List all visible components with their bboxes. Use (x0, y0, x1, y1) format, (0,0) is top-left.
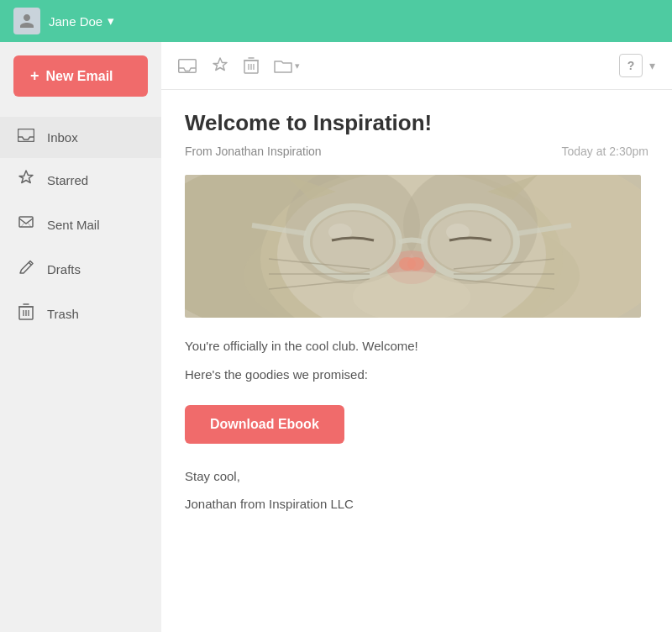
sign-off-line2: Jonathan from Inspiration LLC (185, 490, 648, 518)
toolbar-folder-icon[interactable]: ▾ (274, 59, 300, 73)
toolbar-left: ▾ (178, 57, 300, 74)
user-chevron-icon: ▾ (108, 13, 114, 29)
sidebar-sent-label: Sent Mail (47, 218, 100, 232)
user-name-text: Jane Doe (49, 14, 102, 29)
svg-point-15 (407, 257, 424, 271)
new-email-label: New Email (46, 69, 113, 84)
sidebar-inbox-label: Inbox (47, 130, 78, 145)
main-layout: + New Email Inbox Starred (0, 42, 672, 632)
trash-icon (17, 303, 35, 324)
email-content-panel: ▾ ? ▾ Welcome to Inspiration! From Jonat… (161, 42, 672, 632)
toolbar-delete-icon[interactable] (244, 57, 259, 74)
sidebar-trash-label: Trash (47, 307, 79, 321)
email-sign-off: Stay cool, Jonathan from Inspiration LLC (185, 462, 648, 518)
svg-point-19 (430, 212, 511, 272)
sidebar-item-sent[interactable]: Sent Mail (0, 203, 161, 247)
folder-chevron-icon: ▾ (295, 61, 300, 71)
sidebar-starred-label: Starred (47, 173, 88, 187)
help-button[interactable]: ? (619, 54, 643, 77)
inbox-icon (17, 129, 35, 146)
email-body-line2: Here's the goodies we promised: (185, 365, 648, 385)
download-ebook-button[interactable]: Download Ebook (185, 405, 344, 444)
sidebar-item-drafts[interactable]: Drafts (0, 247, 161, 292)
svg-point-17 (312, 212, 393, 272)
email-title: Welcome to Inspiration! (185, 110, 648, 136)
sent-icon (17, 214, 35, 235)
email-time: Today at 2:30pm (561, 145, 648, 158)
sidebar-drafts-label: Drafts (47, 262, 81, 276)
email-meta: From Jonathan Inspiration Today at 2:30p… (185, 145, 648, 158)
user-name-label[interactable]: Jane Doe ▾ (49, 13, 114, 29)
email-body: Welcome to Inspiration! From Jonathan In… (161, 90, 672, 538)
email-toolbar: ▾ ? ▾ (161, 42, 672, 90)
toolbar-chevron-icon[interactable]: ▾ (649, 59, 655, 72)
email-image (185, 175, 641, 318)
sidebar: + New Email Inbox Starred (0, 42, 161, 632)
plus-icon: + (30, 67, 39, 85)
sidebar-item-inbox[interactable]: Inbox (0, 117, 161, 158)
avatar (13, 8, 40, 34)
email-from: From Jonathan Inspiration (185, 145, 322, 158)
svg-rect-1 (19, 217, 33, 227)
toolbar-star-icon[interactable] (212, 57, 228, 74)
sign-off-line1: Stay cool, (185, 462, 648, 490)
email-body-line1: You're officially in the cool club. Welc… (185, 336, 648, 356)
star-icon (17, 170, 35, 191)
new-email-button[interactable]: + New Email (13, 55, 148, 97)
sidebar-item-trash[interactable]: Trash (0, 292, 161, 336)
help-label: ? (627, 59, 635, 72)
toolbar-inbox-icon[interactable] (178, 59, 197, 73)
sidebar-item-starred[interactable]: Starred (0, 158, 161, 203)
drafts-icon (17, 259, 35, 280)
toolbar-right: ? ▾ (619, 54, 655, 77)
top-header: Jane Doe ▾ (0, 0, 672, 42)
